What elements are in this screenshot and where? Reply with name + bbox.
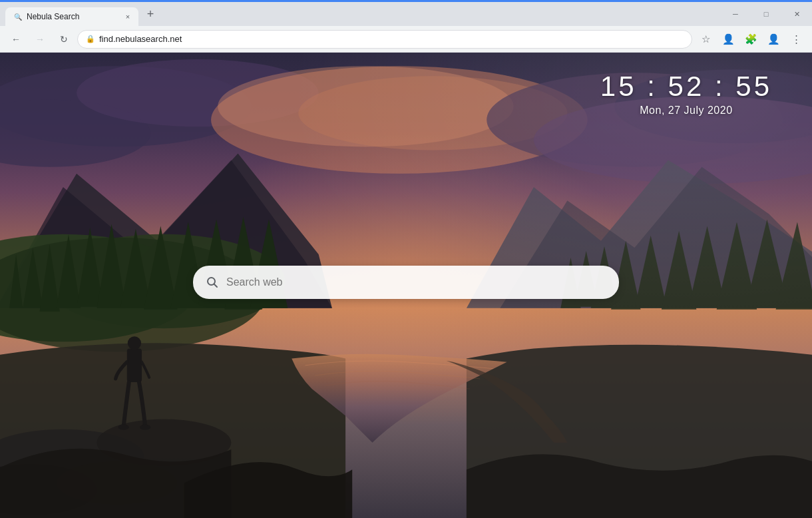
browser-frame: 🔍 Nebula Search × + ─ □ ✕ ← → ↻ 🔒 find.n… <box>0 0 812 518</box>
clock-display: 15 : 52 : 55 Mon, 27 July 2020 <box>600 73 772 117</box>
bookmark-button[interactable]: ☆ <box>695 29 716 50</box>
minimize-button[interactable]: ─ <box>720 3 751 25</box>
forward-button[interactable]: → <box>29 29 51 50</box>
account-button[interactable]: 👤 <box>763 29 784 50</box>
clock-time: 15 : 52 : 55 <box>600 73 772 101</box>
maximize-button[interactable]: □ <box>751 3 781 25</box>
clock-date: Mon, 27 July 2020 <box>600 105 772 117</box>
extensions-button[interactable]: 🧩 <box>740 29 761 50</box>
address-text: find.nebulasearch.net <box>99 34 684 44</box>
refresh-button[interactable]: ↻ <box>53 29 75 50</box>
toolbar-actions: ☆ 👤 🧩 👤 ⋮ <box>695 29 807 50</box>
back-button[interactable]: ← <box>5 29 27 50</box>
search-input[interactable] <box>226 276 606 288</box>
menu-button[interactable]: ⋮ <box>785 29 807 50</box>
lock-icon: 🔒 <box>86 35 95 43</box>
search-container <box>193 266 619 299</box>
close-button[interactable]: ✕ <box>781 3 812 25</box>
address-bar[interactable]: 🔒 find.nebulasearch.net <box>77 30 692 49</box>
navigation-bar: ← → ↻ 🔒 find.nebulasearch.net ☆ 👤 🧩 👤 ⋮ <box>0 26 812 53</box>
tab-favicon: 🔍 <box>13 12 23 21</box>
tab-title: Nebula Search <box>27 12 118 21</box>
svg-line-50 <box>214 284 218 287</box>
people-button[interactable]: 👤 <box>717 29 739 50</box>
window-controls: ─ □ ✕ <box>720 2 812 26</box>
active-tab[interactable]: 🔍 Nebula Search × <box>5 7 138 26</box>
tab-strip: 🔍 Nebula Search × + <box>5 2 720 26</box>
search-icon <box>206 276 218 288</box>
search-box <box>193 266 619 299</box>
title-bar: 🔍 Nebula Search × + ─ □ ✕ <box>0 2 812 26</box>
tab-close-button[interactable]: × <box>122 11 133 22</box>
new-tab-button[interactable]: + <box>141 5 160 23</box>
page-content: 15 : 52 : 55 Mon, 27 July 2020 <box>0 53 812 518</box>
